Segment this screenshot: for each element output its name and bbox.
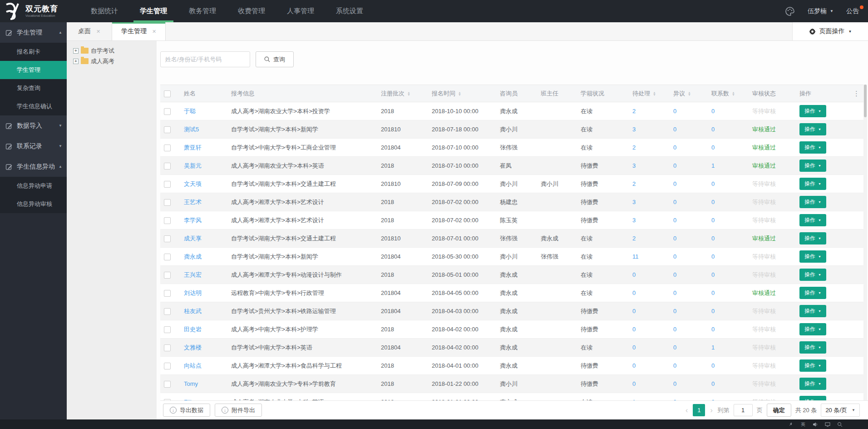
count-link[interactable]: 0 [673,144,676,151]
count-link[interactable]: 1 [711,162,715,169]
student-name-link[interactable]: 刘达明 [184,289,202,296]
row-action-button[interactable]: 操作▼ [799,396,826,400]
nav-item-人事管理[interactable]: 人事管理 [276,0,325,22]
tray-pin-icon[interactable] [788,421,794,428]
tab-学生管理[interactable]: 学生管理✕ [112,22,166,40]
count-link[interactable]: 3 [632,162,636,169]
count-link[interactable]: 0 [673,199,676,205]
student-name-link[interactable]: 文雅楼 [184,344,202,351]
student-name-link[interactable]: Tomy [184,380,198,387]
row-action-button[interactable]: 操作▼ [799,341,826,354]
tray-display-icon[interactable] [824,421,831,428]
count-link[interactable]: 0 [711,271,715,278]
column-header-select[interactable] [160,85,180,102]
expand-icon[interactable]: + [73,48,79,54]
count-link[interactable]: 0 [711,199,715,205]
student-name-link[interactable]: 向站点 [184,362,202,369]
page-operations-button[interactable]: 页面操作 ▼ [792,22,868,40]
sidebar-group-数据导入[interactable]: 数据导入▼ [0,115,67,136]
count-link[interactable]: 3 [632,126,636,133]
student-name-link[interactable]: 桂友武 [184,308,202,314]
sidebar-item-复杂查询[interactable]: 复杂查询 [0,79,67,97]
row-checkbox[interactable] [164,308,171,315]
count-link[interactable]: 0 [711,144,715,151]
sort-icon[interactable]: ▲▼ [407,91,410,96]
count-link[interactable]: 0 [711,217,715,224]
student-name-link[interactable]: 田史岩 [184,326,202,333]
count-link[interactable]: 0 [673,380,676,387]
page-size-select[interactable]: 20 条/页 ▼ [821,404,860,417]
count-link[interactable]: 0 [711,126,715,133]
goto-page-input[interactable] [734,404,753,416]
count-link[interactable]: 0 [711,289,715,296]
nav-item-收费管理[interactable]: 收费管理 [227,0,276,22]
column-settings-icon[interactable]: ⋮ [853,90,860,97]
count-link[interactable]: 0 [632,344,636,351]
row-checkbox[interactable] [164,290,171,297]
row-checkbox[interactable] [164,326,171,333]
nav-item-系统设置[interactable]: 系统设置 [325,0,374,22]
count-link[interactable]: 0 [673,180,676,187]
row-checkbox[interactable] [164,381,171,388]
row-action-button[interactable]: 操作▼ [799,378,826,390]
vertical-scrollbar[interactable] [863,85,867,400]
row-checkbox[interactable] [164,344,171,351]
row-checkbox[interactable] [164,272,171,279]
tree-node-自学考试[interactable]: +自学考试 [73,46,157,55]
close-icon[interactable]: ✕ [152,29,156,35]
count-link[interactable]: 0 [711,180,715,187]
count-link[interactable]: 0 [673,289,676,296]
count-link[interactable]: 0 [673,126,676,133]
row-action-button[interactable]: 操作▼ [799,250,826,263]
column-header-注册批次[interactable]: 注册批次▲▼ [377,85,428,102]
row-checkbox[interactable] [164,145,171,151]
row-action-button[interactable]: 操作▼ [799,178,826,190]
count-link[interactable]: 0 [673,235,676,242]
count-link[interactable]: 2 [632,235,636,242]
sidebar-item-学生信息确认[interactable]: 学生信息确认 [0,97,67,115]
row-action-button[interactable]: 操作▼ [799,160,826,172]
row-checkbox[interactable] [164,199,171,206]
row-action-button[interactable]: 操作▼ [799,323,826,335]
palette-icon[interactable] [785,6,795,16]
tray-ime-icon[interactable]: 英 [800,421,806,428]
count-link[interactable]: 3 [632,199,636,205]
sort-icon[interactable]: ▲▼ [688,91,691,96]
tray-search-icon[interactable] [837,421,843,428]
count-link[interactable]: 0 [673,308,676,314]
student-name-link[interactable]: 王艺术 [184,199,202,205]
count-link[interactable]: 0 [711,108,715,115]
row-checkbox[interactable] [164,126,171,133]
next-page-button[interactable]: › [709,406,713,414]
row-action-button[interactable]: 操作▼ [799,305,826,317]
row-action-button[interactable]: 操作▼ [799,141,826,154]
sidebar-group-学生信息异动[interactable]: 学生信息异动▲ [0,156,67,177]
row-action-button[interactable]: 操作▼ [799,269,826,281]
column-header-报名时间[interactable]: 报名时间▲▼ [428,85,496,102]
nav-item-学生管理[interactable]: 学生管理 [129,0,178,22]
student-name-link[interactable]: 萧亚轩 [184,144,202,151]
count-link[interactable]: 0 [711,362,715,369]
sort-icon[interactable]: ▲▼ [653,91,656,96]
count-link[interactable]: 0 [632,362,636,369]
count-link[interactable]: 0 [673,326,676,333]
row-checkbox[interactable] [164,363,171,369]
count-link[interactable]: 0 [673,344,676,351]
tree-node-成人高考[interactable]: +成人高考 [73,57,157,65]
count-link[interactable]: 0 [673,362,676,369]
student-name-link[interactable]: 李学风 [184,217,202,224]
count-link[interactable]: 0 [711,326,715,333]
column-header-待处理[interactable]: 待处理▲▼ [629,85,670,102]
sidebar-group-联系记录[interactable]: 联系记录▼ [0,136,67,156]
student-name-link[interactable]: 测试5 [184,126,199,133]
row-action-button[interactable]: 操作▼ [799,214,826,226]
sidebar-item-学生管理[interactable]: 学生管理 [0,61,67,79]
count-link[interactable]: 0 [673,108,676,115]
count-link[interactable]: 0 [632,308,636,314]
export-data-button[interactable]: ↓ 导出数据 [163,404,210,417]
nav-item-数据统计[interactable]: 数据统计 [80,0,129,22]
column-header-联系数[interactable]: 联系数▲▼ [708,85,749,102]
row-action-button[interactable]: 操作▼ [799,232,826,244]
count-link[interactable]: 0 [632,271,636,278]
row-checkbox[interactable] [164,181,171,188]
